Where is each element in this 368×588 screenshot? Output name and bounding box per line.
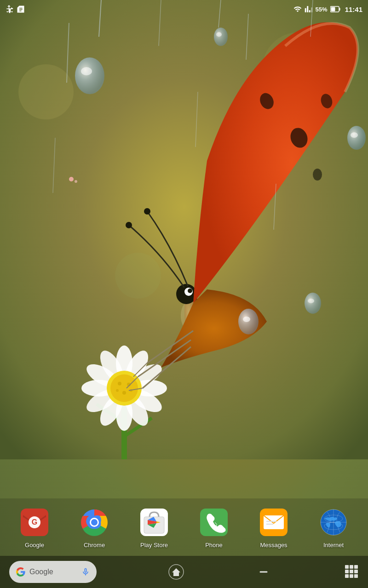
svg-point-47 [214, 28, 228, 46]
wifi-icon [293, 5, 302, 13]
signal-icon [305, 5, 313, 13]
svg-rect-103 [345, 574, 349, 578]
svg-point-1 [18, 64, 74, 119]
svg-point-49 [347, 126, 366, 150]
google-label: Google [25, 542, 44, 548]
app-play-store[interactable]: Play Store [129, 506, 179, 548]
chrome-icon-wrap [78, 506, 111, 539]
internet-icon-wrap [317, 506, 350, 539]
play-store-icon-wrap [138, 506, 171, 539]
app-google[interactable]: G Google [9, 506, 60, 548]
svg-point-50 [351, 132, 358, 138]
messages-label: Messages [260, 542, 287, 548]
svg-rect-100 [345, 570, 349, 573]
internet-icon [320, 509, 347, 536]
google-icon-wrap: G [18, 506, 51, 539]
svg-point-24 [116, 389, 119, 392]
svg-point-21 [118, 382, 121, 385]
svg-rect-102 [354, 570, 358, 573]
usb-icon [6, 5, 14, 13]
phone-icon-wrap [197, 506, 230, 539]
svg-point-63 [308, 299, 314, 303]
svg-point-23 [122, 391, 126, 395]
app-row: G Google Chrome [5, 506, 363, 548]
svg-point-20 [110, 374, 138, 402]
internet-label: Internet [323, 542, 344, 548]
nav-right [256, 564, 271, 580]
svg-point-46 [81, 67, 92, 75]
battery-icon [330, 6, 340, 12]
chrome-label: Chrome [84, 542, 105, 548]
navigation-bar: Google [0, 556, 368, 588]
svg-rect-65 [339, 8, 340, 11]
google-gmail-icon: G [21, 509, 48, 536]
svg-point-61 [75, 180, 77, 183]
google-search-text: Google [29, 568, 77, 576]
status-bar: 55% 11:41 [0, 0, 368, 18]
messages-icon-wrap [257, 506, 290, 539]
butterfly-scene [0, 0, 368, 459]
status-left-icons [6, 5, 25, 13]
google-search-bar[interactable]: Google [9, 561, 97, 583]
svg-point-62 [305, 293, 321, 314]
app-messages[interactable]: Messages [248, 506, 299, 548]
play-store-label: Play Store [140, 542, 168, 548]
svg-rect-101 [350, 570, 353, 573]
svg-point-36 [313, 169, 322, 181]
recent-apps-button[interactable] [256, 564, 271, 580]
sim-icon [17, 5, 25, 13]
apps-grid-button[interactable] [343, 563, 359, 581]
svg-point-45 [75, 57, 104, 94]
app-chrome[interactable]: Chrome [69, 506, 120, 548]
svg-rect-105 [354, 574, 358, 578]
chrome-icon [80, 509, 108, 536]
svg-rect-66 [331, 7, 335, 11]
phone-label: Phone [205, 542, 223, 548]
svg-rect-99 [354, 565, 358, 569]
svg-text:G: G [32, 518, 37, 526]
svg-rect-104 [350, 574, 353, 578]
app-phone[interactable]: Phone [189, 506, 239, 548]
svg-point-60 [69, 177, 74, 181]
svg-point-30 [188, 288, 192, 293]
battery-percentage: 55% [316, 6, 328, 13]
svg-point-32 [144, 208, 150, 215]
svg-point-3 [115, 253, 161, 299]
app-internet[interactable]: Internet [308, 506, 359, 548]
status-right-icons: 55% 11:41 [293, 5, 362, 13]
nav-center [168, 564, 184, 580]
svg-point-75 [91, 519, 98, 526]
phone-icon [200, 509, 228, 536]
dock-area: G Google Chrome [0, 498, 368, 556]
play-store-icon [140, 509, 168, 536]
google-g-logo [16, 567, 26, 577]
svg-rect-98 [350, 565, 353, 569]
svg-point-38 [243, 317, 250, 322]
mic-icon[interactable] [81, 567, 90, 577]
svg-point-31 [126, 222, 132, 228]
svg-rect-97 [345, 565, 349, 569]
status-time: 11:41 [345, 6, 362, 13]
svg-point-48 [216, 32, 222, 37]
messages-icon [260, 509, 288, 536]
home-button[interactable] [168, 564, 184, 580]
